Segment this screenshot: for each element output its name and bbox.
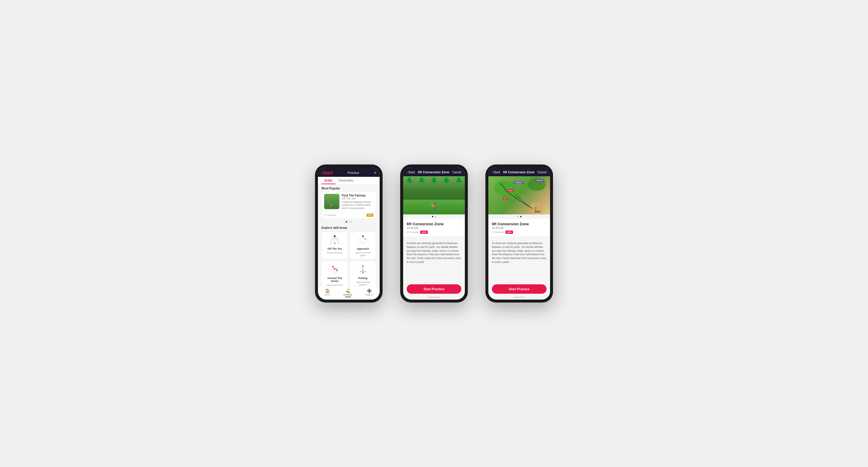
putting-icon: [355, 264, 370, 275]
svg-point-27: [360, 271, 361, 272]
phone2-bottom: Start Practice: [403, 282, 465, 300]
nav-activities[interactable]: ⛳ Activities: [343, 289, 352, 297]
nav-title: Practice: [348, 171, 360, 174]
skill-atg-desc: Hone your short game: [324, 284, 345, 287]
svg-point-9: [359, 236, 367, 244]
carousel-dots: [318, 220, 380, 224]
capture-icon: ➕: [367, 289, 372, 293]
phone2-header: ‹ Back 6ft Conversion Zone Cancel: [403, 167, 465, 176]
cancel-button[interactable]: Cancel: [452, 171, 461, 174]
home-icon: 🏠: [325, 289, 330, 293]
tab-drills[interactable]: Drills: [321, 177, 336, 184]
drill-range-3: 10-50 yds: [492, 227, 529, 229]
drill-range: 10-50 yds: [407, 227, 444, 229]
phone1-header: clippd Practice ≡: [318, 167, 380, 177]
clock-icon: ⏱: [407, 231, 409, 234]
svg-point-22: [336, 268, 336, 269]
skill-approach-name: Approach: [357, 247, 369, 250]
tab-favourites[interactable]: Favourites: [336, 177, 356, 184]
activities-icon: ⛳: [345, 289, 350, 293]
drill-header-title: 6ft Conversion Zone: [418, 170, 449, 174]
arg-badge: ARG: [420, 231, 428, 234]
clock-icon-3: ⏱: [492, 231, 494, 234]
back-button-3[interactable]: ‹ Back: [492, 171, 500, 174]
image-carousel-dots-3: [488, 214, 550, 219]
featured-drill-image: 🏌️: [324, 194, 339, 209]
rough-label: ROUGH: [535, 179, 544, 181]
skill-atg[interactable]: Around The Green Hone your short game: [321, 261, 348, 287]
miss-label: Miss: [507, 190, 514, 192]
skill-off-tee[interactable]: Off The Tee Power accuracy: [321, 232, 348, 259]
nav-home[interactable]: 🏠 Home: [324, 289, 330, 297]
hamburger-icon[interactable]: ≡: [374, 171, 376, 175]
back-button[interactable]: ‹ Back: [407, 171, 415, 174]
svg-line-4: [330, 236, 335, 240]
skill-ott-name: Off The Tee: [328, 247, 342, 250]
featured-drill-title: Find The Fairway: [342, 194, 366, 197]
phone-1: clippd Practice ≡ Drills Favourites Most…: [315, 165, 382, 302]
img-dot-1: [432, 216, 433, 218]
drill-info: 6ft Conversion Zone 10-50 yds ☆ ⏱ 20 sho…: [403, 219, 465, 236]
skill-grid: Off The Tee Power accuracy: [318, 231, 380, 287]
skill-approach[interactable]: Approach Dial-in to hit the green: [350, 232, 376, 259]
skill-putting[interactable]: Putting Make and lag practice: [350, 261, 376, 287]
svg-point-26: [362, 265, 364, 266]
clock-icon: ⏱: [324, 214, 327, 216]
svg-line-2: [335, 236, 339, 243]
img-dot-3-1: [517, 216, 519, 218]
svg-line-3: [335, 236, 339, 240]
start-practice-button[interactable]: Start Practice: [407, 284, 461, 294]
nav-active-indicator: [345, 297, 351, 297]
drill-title-group-3: 6ft Conversion Zone 10-50 yds: [492, 222, 529, 229]
featured-drill-subtitle: Off The Tee: [342, 197, 366, 200]
svg-point-21: [334, 269, 335, 270]
skill-putting-name: Putting: [359, 277, 368, 279]
svg-point-13: [365, 238, 366, 240]
shots-meta-3: ⏱ 20 shots: [492, 231, 504, 234]
svg-point-28: [363, 270, 364, 271]
most-popular-label: Most Popular: [318, 185, 380, 191]
dot-2: [348, 221, 350, 223]
favourite-star-icon-3[interactable]: ☆: [544, 222, 547, 225]
skill-atg-name: Around The Green: [324, 277, 345, 282]
shots-label: ⏱ 10 shots: [324, 214, 336, 216]
cancel-button-3[interactable]: Cancel: [537, 171, 547, 174]
hit-label: Hit: [503, 197, 508, 200]
svg-point-30: [362, 272, 364, 273]
phone3-content: FAIRWAY ROUGH Miss Hit SAND 🏌️: [488, 176, 550, 282]
phones-container: clippd Practice ≡ Drills Favourites Most…: [315, 165, 553, 302]
ott-badge: OTT: [366, 213, 373, 217]
trees-bg: 🌲🌲🌲🌲🌲: [403, 176, 465, 183]
drill-title-row: 6ft Conversion Zone 10-50 yds ☆: [407, 222, 461, 229]
phone-1-screen: clippd Practice ≡ Drills Favourites Most…: [318, 167, 380, 300]
phone3-bottom: Start Practice: [488, 282, 550, 300]
favourite-star-icon[interactable]: ☆: [459, 222, 461, 225]
map-golfer-figure: 🏌️: [533, 207, 538, 211]
shots-meta: ⏱ 20 shots: [407, 231, 418, 234]
featured-drill-card[interactable]: 🏌️ Find The Fairway Off The Tee ☆ Create…: [321, 191, 376, 219]
drill-meta: ⏱ 20 shots ARG: [407, 231, 461, 234]
phone1-content: Most Popular 🏌️ Find The Fairway O: [318, 185, 380, 287]
svg-point-8: [338, 243, 339, 244]
drill-description: 20 shots are randomly generated at dista…: [403, 238, 465, 267]
atg-icon: [327, 264, 342, 275]
featured-drill-desc: Create an imaginary fairway using trees …: [342, 201, 373, 210]
svg-point-23: [336, 270, 338, 271]
favourite-star-icon[interactable]: ☆: [371, 194, 373, 197]
activities-label: Activities: [343, 293, 352, 296]
back-chevron-icon-3: ‹: [492, 171, 493, 174]
arg-badge-3: ARG: [505, 231, 513, 234]
dot-3: [351, 221, 352, 223]
start-practice-button-3[interactable]: Start Practice: [492, 284, 547, 294]
nav-capture[interactable]: ➕ Capture: [365, 289, 373, 297]
phone-2-screen: ‹ Back 6ft Conversion Zone Cancel 🌲🌲🌲🌲🌲 …: [403, 167, 465, 300]
explore-label: Explore skill areas: [318, 224, 380, 231]
phone2-content: 🌲🌲🌲🌲🌲 🏌️ 6ft Conversion Zone: [403, 176, 465, 282]
featured-card-footer: ⏱ 10 shots OTT: [322, 212, 376, 219]
skill-putting-desc: Make and lag practice: [352, 281, 373, 286]
svg-point-29: [365, 271, 366, 272]
img-dot-3-2: [520, 216, 522, 218]
dot-1: [346, 221, 347, 223]
off-tee-icon: [327, 234, 342, 246]
drill-main-title-3: 6ft Conversion Zone: [492, 222, 529, 226]
